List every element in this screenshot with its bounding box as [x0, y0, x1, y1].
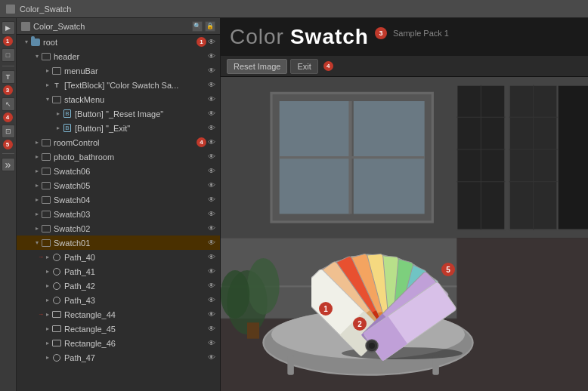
tool-text[interactable]: T — [2, 70, 15, 84]
node-icon-Path_42 — [51, 281, 62, 291]
tree-item-Path_40[interactable]: →▸Path_40👁 — [17, 250, 220, 264]
visibility-btn_reset[interactable]: 👁 — [206, 109, 217, 119]
visibility-Swatch03[interactable]: 👁 — [206, 209, 217, 220]
tree-item-stackMenu[interactable]: ▾stackMenu👁 — [17, 92, 220, 106]
tree-item-menuBar[interactable]: ▸menuBar👁 — [17, 63, 220, 78]
visibility-Path_43[interactable]: 👁 — [206, 295, 217, 306]
tree-item-textblock[interactable]: ▸T[TextBlock] "Color Swatch Sa...👁 — [17, 78, 220, 92]
reset-image-button[interactable]: Reset Image — [227, 59, 287, 74]
tree-item-Swatch01[interactable]: ▾Swatch01👁 — [17, 236, 220, 250]
left-toolbar: ▶ 1 □ T 3 ↖ 4 ⊡ 5 » — [0, 18, 17, 391]
visibility-stackMenu[interactable]: 👁 — [206, 94, 217, 105]
node-icon-btn_reset: B — [62, 109, 73, 119]
tool-select[interactable]: ▶ — [2, 21, 15, 35]
visibility-textblock[interactable]: 👁 — [206, 80, 217, 91]
app-toolbar: Reset Image Exit 4 — [221, 56, 588, 77]
tree-item-Swatch06[interactable]: ▸Swatch06👁 — [17, 164, 220, 178]
tree-item-Path_47[interactable]: ▸Path_47👁 — [17, 350, 220, 365]
tree-label-textblock: [TextBlock] "Color Swatch Sa... — [64, 81, 206, 90]
visibility-Swatch04[interactable]: 👁 — [206, 195, 217, 205]
tree-label-roomControl: roomControl — [54, 138, 195, 147]
app-header: Color Swatch 3 Sample Pack 1 — [221, 18, 588, 56]
color-swatch-fan[interactable]: 1 2 5 — [311, 240, 493, 361]
tool-display[interactable]: ⊡ — [2, 125, 15, 138]
tool-badge-1: 1 — [3, 36, 13, 46]
tree-item-roomControl[interactable]: ▸roomControl4👁 — [17, 135, 220, 149]
content-area: Color Swatch 3 Sample Pack 1 Reset Image… — [221, 18, 588, 391]
visibility-Rectangle_45[interactable]: 👁 — [206, 324, 217, 334]
tool-cursor[interactable]: ↖ — [2, 97, 15, 111]
tree-label-Swatch01: Swatch01 — [54, 239, 206, 248]
tree-item-header[interactable]: ▾header👁 — [17, 49, 220, 63]
panel-lock-btn[interactable]: 🔒 — [205, 21, 215, 32]
node-icon-stackMenu — [51, 94, 62, 105]
visibility-header[interactable]: 👁 — [206, 51, 217, 62]
tree-label-menuBar: menuBar — [64, 66, 206, 75]
panel-area: Color_Swatch 🔍 🔒 ▾root1👁▾header👁▸menuBar… — [17, 18, 221, 391]
tree-item-Path_41[interactable]: ▸Path_41👁 — [17, 264, 220, 279]
tree-item-btn_exit[interactable]: ▸B[Button] "_Exit"👁 — [17, 121, 220, 135]
node-icon-Path_43 — [51, 295, 62, 306]
panel-icon — [21, 22, 30, 31]
tree-badge-root: 1 — [197, 37, 206, 47]
app-title-color: Color — [230, 25, 284, 49]
node-icon-Rectangle_44 — [51, 309, 62, 320]
visibility-photo_bathroom[interactable]: 👁 — [206, 152, 217, 162]
tree-item-Swatch03[interactable]: ▸Swatch03👁 — [17, 207, 220, 221]
node-icon-Path_41 — [51, 266, 62, 277]
visibility-menuBar[interactable]: 👁 — [206, 66, 217, 76]
tree-item-Path_42[interactable]: ▸Path_42👁 — [17, 279, 220, 293]
swatch-badge-5: 5 — [441, 263, 455, 276]
node-icon-menuBar — [51, 66, 62, 76]
visibility-Path_40[interactable]: 👁 — [206, 252, 217, 263]
tree-item-photo_bathroom[interactable]: ▸photo_bathroom👁 — [17, 149, 220, 164]
tree-badge-roomControl: 4 — [197, 137, 206, 147]
panel-search-btn[interactable]: 🔍 — [192, 21, 203, 32]
visibility-Path_42[interactable]: 👁 — [206, 281, 217, 291]
visibility-Swatch02[interactable]: 👁 — [206, 223, 217, 234]
visibility-Rectangle_46[interactable]: 👁 — [206, 338, 217, 349]
visibility-btn_exit[interactable]: 👁 — [206, 123, 217, 134]
visibility-Swatch01[interactable]: 👁 — [206, 238, 217, 248]
tree-item-Rectangle_44[interactable]: →▸Rectangle_44👁 — [17, 307, 220, 322]
tool-divider-1 — [2, 66, 14, 66]
tree-label-Path_40: Path_40 — [64, 253, 206, 262]
tree-item-Path_43[interactable]: ▸Path_43👁 — [17, 293, 220, 307]
tool-shape[interactable]: □ — [2, 48, 15, 62]
tool-more[interactable]: » — [2, 158, 15, 171]
tree-label-Rectangle_44: Rectangle_44 — [64, 310, 206, 319]
visibility-Path_41[interactable]: 👁 — [206, 266, 217, 277]
visibility-Path_47[interactable]: 👁 — [206, 353, 217, 363]
visibility-Swatch05[interactable]: 👁 — [206, 180, 217, 191]
toolbar-badge-4: 4 — [323, 61, 333, 71]
tree-label-photo_bathroom: photo_bathroom — [54, 152, 206, 162]
visibility-roomControl[interactable]: 👁 — [206, 137, 217, 148]
tree-item-btn_reset[interactable]: ▸B[Button] "_Reset Image"👁 — [17, 106, 220, 121]
node-icon-root — [30, 37, 41, 48]
app-subtitle: Sample Pack 1 — [393, 29, 449, 38]
tree-item-root[interactable]: ▾root1👁 — [17, 35, 220, 49]
tree-item-Rectangle_46[interactable]: ▸Rectangle_46👁 — [17, 336, 220, 350]
visibility-root[interactable]: 👁 — [206, 37, 217, 48]
exit-button[interactable]: Exit — [290, 59, 317, 74]
node-icon-btn_exit: B — [62, 123, 73, 134]
title-bar: Color_Swatch — [0, 0, 588, 18]
tree-item-Swatch05[interactable]: ▸Swatch05👁 — [17, 178, 220, 192]
svg-rect-24 — [287, 355, 294, 375]
tree-item-Rectangle_45[interactable]: ▸Rectangle_45👁 — [17, 322, 220, 336]
tree-label-Swatch05: Swatch05 — [54, 181, 206, 190]
visibility-Swatch06[interactable]: 👁 — [206, 166, 217, 177]
tree-label-btn_exit: [Button] "_Exit" — [75, 124, 206, 133]
tree-item-Swatch04[interactable]: ▸Swatch04👁 — [17, 192, 220, 207]
tree-item-Swatch02[interactable]: ▸Swatch02👁 — [17, 221, 220, 236]
panel-actions: 🔍 🔒 — [192, 21, 215, 32]
tool-divider-2 — [2, 153, 14, 154]
visibility-Rectangle_44[interactable]: 👁 — [206, 309, 217, 320]
tree-label-Path_41: Path_41 — [64, 267, 206, 276]
tree-label-Swatch04: Swatch04 — [54, 196, 206, 205]
tree-label-root: root — [43, 38, 195, 47]
tool-badge-3: 3 — [3, 85, 13, 95]
node-icon-Swatch04 — [41, 195, 51, 205]
node-icon-Path_47 — [51, 353, 62, 363]
title-icon — [6, 5, 15, 14]
